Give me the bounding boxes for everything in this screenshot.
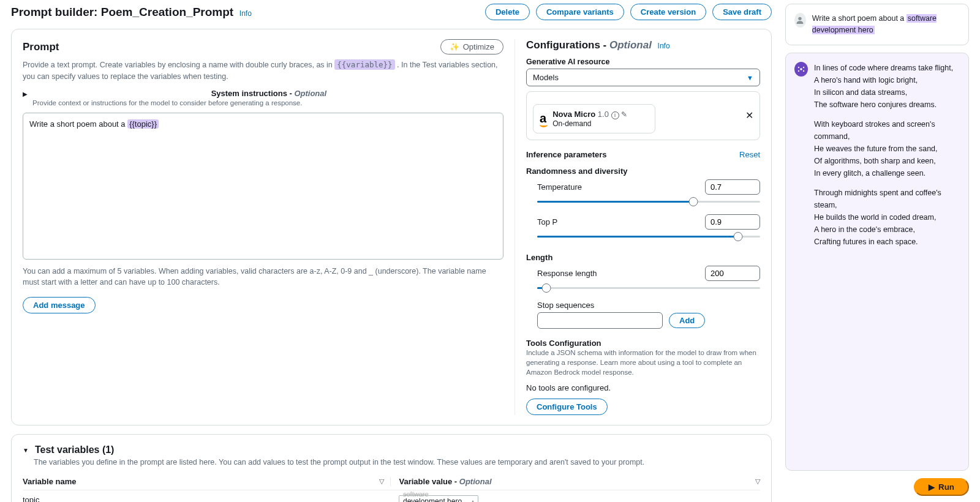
prompt-desc-pre: Provide a text prompt. Create variables … [23,61,334,69]
col-variable-value-pre: Variable value - [399,477,459,486]
variable-value-truncated: software [403,490,429,498]
prompt-textarea[interactable]: Write a short poem about a {{topic}} [23,113,503,260]
compare-variants-button[interactable]: Compare variants [536,4,624,20]
response-length-label: Response length [537,269,597,278]
response-length-slider[interactable] [537,282,760,293]
create-version-button[interactable]: Create version [630,4,706,20]
sort-icon[interactable]: ▽ [755,478,760,485]
close-icon[interactable]: ✕ [745,110,753,121]
stop-sequences-label: Stop sequences [526,301,760,310]
assistant-avatar-icon [794,62,808,77]
inference-parameters-label: Inference parameters [526,150,607,159]
play-icon: ▶ [929,482,935,492]
amazon-logo-icon: a [540,111,546,126]
stop-sequences-input[interactable] [537,312,663,329]
sys-instr-label: System instructions - [211,89,295,98]
sort-icon[interactable]: ▽ [379,478,384,485]
config-heading-pre: Configurations - [526,39,609,51]
svg-point-1 [800,68,802,70]
scroll-grip-icon[interactable]: ▴▾ [470,498,476,502]
test-variables-toggle[interactable]: Test variables (1) [23,444,760,455]
info-circle-icon[interactable]: i [611,111,619,119]
variable-value-input[interactable]: software development hero ▴▾ [399,495,478,502]
model-chip: a Nova Micro 1.0 i ✎ On-demand [533,104,655,133]
page-title: Prompt builder: Poem_Creation_Prompt Inf… [11,6,252,19]
temperature-slider[interactable] [537,196,760,207]
caret-down-icon [23,445,29,454]
caret-down-icon: ▼ [747,74,753,81]
user-text-pre: Write a short poem about a [812,14,907,23]
top-p-label: Top P [537,217,557,227]
delete-button[interactable]: Delete [485,4,530,20]
temperature-input[interactable] [705,179,760,195]
svg-point-0 [799,17,802,20]
table-row: topic software development hero ▴▾ [23,490,760,502]
svg-point-2 [798,66,799,67]
tools-heading: Tools Configuration [526,339,760,348]
run-button[interactable]: ▶ Run [914,478,969,496]
temperature-label: Temperature [537,182,582,192]
svg-point-3 [803,66,804,67]
response-length-input[interactable] [705,266,760,281]
sparkle-icon: ✨ [450,42,459,51]
tools-desc: Include a JSON schema with information f… [526,348,760,377]
prompt-text-pre: Write a short poem about a [29,119,127,129]
variable-name-cell: topic [23,495,390,502]
run-label: Run [938,482,954,492]
prompt-limits: You can add a maximum of 5 variables. Wh… [23,266,503,289]
info-link[interactable]: Info [239,9,252,18]
poem-stanza-3: Through midnights spent and coffee's ste… [814,187,960,248]
top-p-slider[interactable] [537,231,760,242]
assistant-response-card: In lines of code where dreams take fligh… [785,53,969,471]
prompt-text-var: {{topic}} [127,119,159,129]
randomness-heading: Randomness and diversity [526,167,760,176]
model-name: Nova Micro [552,110,595,119]
top-p-input[interactable] [705,214,760,230]
model-mode: On-demand [552,119,627,128]
model-version: 1.0 [598,110,609,119]
optimize-button[interactable]: ✨ Optimize [440,39,503,54]
config-heading-em: Optional [609,39,652,51]
pencil-icon[interactable]: ✎ [621,110,627,119]
title-prefix: Prompt builder: [11,6,101,18]
system-instructions-toggle[interactable]: System instructions - Optional [23,89,503,98]
col-variable-value-em: Optional [459,477,492,486]
save-draft-button[interactable]: Save draft [712,4,772,20]
poem-stanza-2: With keyboard strokes and screen's comma… [814,118,960,179]
caret-right-icon [23,89,206,98]
sys-instr-optional: Optional [294,89,326,98]
models-select-value: Models [533,73,559,82]
reset-link[interactable]: Reset [739,150,760,159]
poem-stanza-1: In lines of code where dreams take fligh… [814,62,960,111]
test-variables-desc: The variables you define in the prompt a… [34,457,760,468]
prompt-heading: Prompt [23,41,59,53]
svg-point-5 [803,70,804,71]
add-stop-sequence-button[interactable]: Add [669,313,705,328]
sys-instr-sub: Provide context or instructions for the … [32,98,503,108]
configure-tools-button[interactable]: Configure Tools [526,399,608,415]
gen-ai-label: Generative AI resource [526,58,760,66]
models-select[interactable]: Models ▼ [526,69,760,86]
length-heading: Length [526,253,760,262]
test-variables-heading: Test variables (1) [35,444,115,455]
svg-point-4 [798,70,799,71]
col-variable-name[interactable]: Variable name [23,477,76,486]
add-message-button[interactable]: Add message [23,297,96,313]
optimize-label: Optimize [463,42,494,51]
title-name: Poem_Creation_Prompt [101,6,233,18]
config-info-link[interactable]: Info [658,42,670,50]
user-avatar-icon [794,13,806,28]
user-message-card: Write a short poem about a software deve… [785,4,969,45]
prompt-desc-var: {{variable}} [334,59,394,70]
tools-none: No tools are configured. [526,383,760,392]
